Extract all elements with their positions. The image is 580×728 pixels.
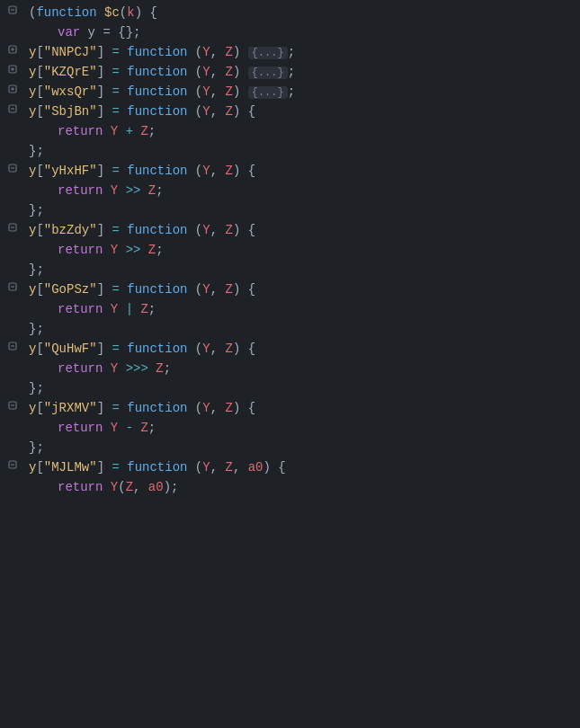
code-line: y["jRXMV"] = function (Y, Z) { [0, 399, 580, 419]
token-punc: ] [97, 84, 104, 99]
token-punc: ; [148, 302, 156, 316]
token-param: Z [226, 84, 233, 99]
gutter-icon[interactable] [0, 439, 25, 451]
token-collapsed: {...} [248, 47, 288, 59]
token-punc: ( [187, 460, 202, 475]
token-collapsed: {...} [248, 86, 288, 99]
token-punc: ) { [233, 401, 255, 415]
token-kw: return [58, 124, 103, 138]
code-line: var y = {}; [0, 23, 580, 43]
code-line: return Y >> Z; [0, 182, 580, 201]
token-punc: ) { [233, 164, 255, 178]
fold-closed-icon [6, 83, 19, 95]
token-op: = [104, 45, 127, 59]
gutter-icon[interactable] [0, 102, 25, 115]
token-punc: [ [36, 460, 43, 475]
gutter-icon[interactable] [0, 261, 25, 273]
fold-closed-icon [6, 63, 19, 75]
token-param: Z [226, 342, 233, 356]
code-line: return Y >> Z; [0, 241, 580, 261]
token-punc: [ [36, 45, 43, 59]
gutter-icon[interactable] [0, 458, 25, 471]
token-param: Z [148, 243, 156, 257]
token-punc: , [233, 460, 248, 475]
token-param: Y [202, 460, 210, 475]
token-punc: ] [97, 342, 104, 356]
line-content: y["KZQrE"] = function (Y, Z) {...}; [25, 63, 573, 83]
token-op: = [104, 65, 127, 79]
code-line: y["SbjBn"] = function (Y, Z) { [0, 102, 580, 122]
token-param: Z [226, 164, 233, 178]
gutter-icon[interactable] [0, 83, 25, 95]
gutter-icon[interactable] [0, 241, 25, 253]
line-content: y["bzZdy"] = function (Y, Z) { [25, 221, 573, 241]
token-param: Z [140, 421, 147, 435]
token-punc: [ [36, 401, 43, 415]
token-punc: [ [36, 223, 43, 237]
code-line: return Y >>> Z; [0, 360, 580, 379]
fold-open-icon [6, 340, 19, 352]
token-op: | [118, 302, 140, 316]
fold-empty-icon [6, 300, 19, 313]
token-punc: ) { [233, 104, 255, 119]
token-str: "QuHwF" [44, 342, 97, 356]
gutter-icon[interactable] [0, 63, 25, 75]
code-line: }; [0, 379, 580, 399]
token-param: Y [111, 183, 118, 198]
gutter-icon[interactable] [0, 142, 25, 155]
gutter-icon[interactable] [0, 280, 25, 293]
token-punc: , [210, 84, 226, 99]
token-normal [140, 480, 147, 494]
token-punc: ( [187, 401, 202, 415]
token-param: Y [111, 480, 118, 494]
token-str: "bzZdy" [44, 223, 97, 237]
gutter-icon[interactable] [0, 182, 25, 194]
token-kw: return [58, 480, 103, 494]
gutter-icon[interactable] [0, 320, 25, 333]
gutter-icon[interactable] [0, 201, 25, 214]
token-op: = [104, 401, 127, 415]
code-line: y["KZQrE"] = function (Y, Z) {...}; [0, 63, 580, 83]
token-normal [103, 183, 110, 198]
fold-open-icon [6, 162, 19, 174]
token-str: "GoPSz" [44, 282, 97, 297]
fold-open-icon [6, 399, 19, 412]
token-param: Z [226, 282, 233, 297]
gutter-icon[interactable] [0, 379, 25, 392]
gutter-icon[interactable] [0, 340, 25, 352]
line-content: var y = {}; [25, 23, 573, 43]
gutter-icon[interactable] [0, 162, 25, 174]
token-normal [103, 361, 110, 376]
token-param: Z [156, 361, 163, 376]
token-punc [97, 5, 104, 20]
gutter-icon[interactable] [0, 122, 25, 135]
token-param: Y [202, 84, 210, 99]
gutter-icon[interactable] [0, 399, 25, 412]
code-line: }; [0, 201, 580, 221]
fold-open-icon [6, 4, 19, 16]
token-punc: , [210, 460, 226, 475]
gutter-icon[interactable] [0, 360, 25, 372]
code-editor: (function $c(k) {var y = {}; y["NNPCJ"] … [0, 0, 580, 502]
token-punc: [ [36, 84, 43, 99]
token-param: Y [202, 342, 210, 356]
gutter-icon[interactable] [0, 43, 25, 56]
token-punc: , [210, 401, 226, 415]
gutter-icon[interactable] [0, 478, 25, 491]
fold-open-icon [6, 280, 19, 293]
gutter-icon[interactable] [0, 300, 25, 313]
line-content: y["MJLMw"] = function (Y, Z, a0) { [25, 458, 573, 478]
token-normal: y = {}; [80, 25, 140, 40]
fold-empty-icon [6, 142, 19, 155]
token-param: Z [226, 460, 233, 475]
gutter-icon[interactable] [0, 23, 25, 36]
gutter-icon[interactable] [0, 419, 25, 431]
token-op: = [104, 104, 127, 119]
gutter-icon[interactable] [0, 4, 25, 16]
token-param: Z [226, 104, 233, 119]
token-param: Z [126, 480, 133, 494]
token-kw: return [58, 302, 103, 316]
gutter-icon[interactable] [0, 221, 25, 234]
token-punc: ) { [135, 5, 157, 20]
token-punc: ; [164, 361, 171, 376]
